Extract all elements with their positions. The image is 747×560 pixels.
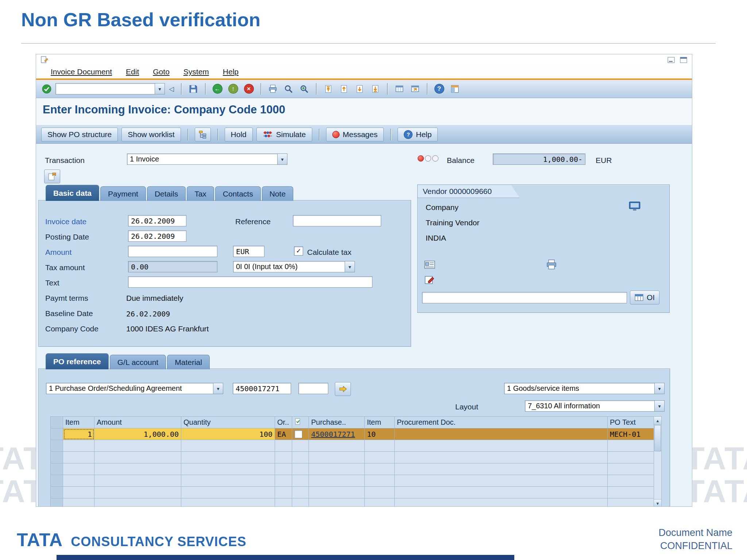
master-data-icon[interactable]	[423, 273, 437, 287]
dropdown-icon[interactable]: ▾	[654, 400, 665, 412]
menu-invoice-document[interactable]: Invoice Document	[51, 67, 112, 76]
show-worklist-button[interactable]: Show worklist	[121, 128, 181, 141]
table-row[interactable]	[51, 440, 654, 452]
col-quantity[interactable]: Quantity	[181, 417, 275, 428]
help-button[interactable]: ? Help	[398, 128, 438, 141]
vendor-display-icon[interactable]	[628, 199, 642, 213]
tab-payment[interactable]: Payment	[100, 186, 146, 201]
table-row[interactable]	[51, 463, 654, 475]
cell-quantity[interactable]: 100	[181, 428, 275, 440]
table-row-selected[interactable]: 1 1,000.00 100 EA 4500017271 10 MECH-01	[51, 428, 654, 440]
field-history-icon[interactable]: ◁	[167, 82, 176, 96]
tax-code-select[interactable]: 0I 0I (Input tax 0%) ▾	[233, 261, 355, 272]
print-icon[interactable]	[266, 82, 280, 96]
table-scrollbar[interactable]: ▲ ▼	[654, 416, 662, 507]
find-next-icon[interactable]	[297, 82, 311, 96]
address-card-icon[interactable]	[423, 258, 437, 272]
last-page-icon[interactable]	[368, 82, 382, 96]
hold-button[interactable]: Hold	[225, 128, 253, 141]
document-edit-icon[interactable]	[40, 55, 49, 65]
scroll-down-button[interactable]: ▼	[654, 499, 661, 507]
restore-icon[interactable]	[679, 55, 688, 65]
col-amount[interactable]: Amount	[94, 417, 181, 428]
reference-field[interactable]	[293, 215, 381, 226]
cell-po-text[interactable]: MECH-01	[608, 428, 654, 440]
cell-amount[interactable]: 1,000.00	[94, 428, 181, 440]
exit-icon[interactable]: ↑	[226, 82, 240, 96]
tree-on-off-button[interactable]	[195, 128, 211, 141]
back-icon[interactable]: ←	[210, 82, 224, 96]
calculate-tax-checkbox[interactable]: ✓	[294, 246, 303, 256]
cell-item[interactable]: 1	[63, 428, 94, 440]
currency-field[interactable]: EUR	[233, 246, 264, 257]
dropdown-icon[interactable]: ▾	[654, 383, 665, 394]
first-page-icon[interactable]	[321, 82, 335, 96]
po-item-field[interactable]	[298, 383, 328, 394]
po-type-select[interactable]: 1 Purchase Order/Scheduling Agreement ▾	[46, 383, 223, 394]
items-filter-select[interactable]: 1 Goods/service items ▾	[504, 383, 665, 394]
command-dropdown-button[interactable]: ▾	[155, 83, 165, 94]
posting-date-field[interactable]: 26.02.2009	[128, 230, 186, 242]
tab-tax[interactable]: Tax	[187, 186, 214, 201]
messages-button[interactable]: Messages	[326, 128, 384, 141]
find-icon[interactable]	[282, 82, 295, 96]
simulate-button[interactable]: Simulate	[256, 128, 312, 141]
tab-note[interactable]: Note	[262, 186, 293, 201]
dropdown-icon[interactable]: ▾	[213, 383, 223, 394]
col-order-unit[interactable]: Or..	[275, 417, 292, 428]
col-purchase[interactable]: Purchase..	[309, 417, 365, 428]
tab-po-reference[interactable]: PO reference	[46, 353, 109, 369]
oi-button[interactable]: OI	[630, 291, 659, 304]
vendor-info-field[interactable]	[422, 292, 627, 303]
previous-page-icon[interactable]	[337, 82, 351, 96]
tree-toggle-button[interactable]	[44, 170, 60, 183]
table-row[interactable]	[51, 487, 654, 498]
selector-header[interactable]	[51, 417, 63, 428]
scroll-thumb[interactable]	[654, 425, 661, 451]
minimize-icon[interactable]	[666, 55, 676, 65]
amount-field[interactable]	[128, 246, 217, 257]
cell-purchase[interactable]: 4500017271	[309, 428, 365, 440]
tab-details[interactable]: Details	[147, 186, 186, 201]
enter-icon[interactable]	[40, 82, 54, 96]
command-field[interactable]: ▾	[55, 83, 165, 94]
help-icon[interactable]: ?	[432, 82, 446, 96]
customize-layout-icon[interactable]	[448, 82, 462, 96]
cell-procurement-doc[interactable]	[395, 428, 608, 440]
purchase-order-link[interactable]: 4500017271	[311, 430, 355, 439]
table-row[interactable]	[51, 498, 654, 507]
po-number-field[interactable]: 4500017271	[233, 383, 291, 394]
show-po-structure-button[interactable]: Show PO structure	[41, 128, 118, 141]
dropdown-icon[interactable]: ▾	[345, 261, 355, 272]
menu-help[interactable]: Help	[223, 67, 239, 76]
dropdown-icon[interactable]: ▾	[277, 153, 287, 165]
menu-edit[interactable]: Edit	[126, 67, 139, 76]
layout-select[interactable]: 7_6310 All information ▾	[525, 400, 665, 412]
col-po-text[interactable]: PO Text	[608, 417, 654, 428]
print-vendor-icon[interactable]	[545, 258, 558, 272]
tab-basic-data[interactable]: Basic data	[46, 185, 99, 201]
tab-gl-account[interactable]: G/L account	[110, 355, 166, 369]
text-field[interactable]	[128, 276, 372, 288]
invoice-date-field[interactable]: 26.02.2009	[128, 215, 186, 226]
save-icon[interactable]	[186, 82, 200, 96]
new-session-icon[interactable]	[392, 82, 406, 96]
cell-po-item[interactable]: 10	[365, 428, 395, 440]
col-item[interactable]: Item	[63, 417, 94, 428]
table-row[interactable]	[51, 452, 654, 463]
tab-contacts[interactable]: Contacts	[215, 186, 261, 201]
scroll-up-button[interactable]: ▲	[654, 417, 661, 425]
next-page-icon[interactable]	[353, 82, 367, 96]
transaction-select[interactable]: 1 Invoice ▾	[127, 153, 287, 165]
cancel-icon[interactable]: ×	[242, 82, 256, 96]
command-input[interactable]	[55, 83, 155, 94]
menu-goto[interactable]: Goto	[153, 67, 170, 76]
adopt-button[interactable]	[335, 382, 351, 396]
col-ok-flag[interactable]	[292, 417, 309, 428]
tab-material[interactable]: Material	[167, 355, 210, 369]
table-row[interactable]	[51, 475, 654, 487]
cell-ok-flag[interactable]	[292, 428, 309, 440]
row-selector[interactable]	[51, 428, 63, 440]
col-po-item[interactable]: Item	[365, 417, 395, 428]
tax-amount-field[interactable]: 0.00	[128, 261, 217, 272]
